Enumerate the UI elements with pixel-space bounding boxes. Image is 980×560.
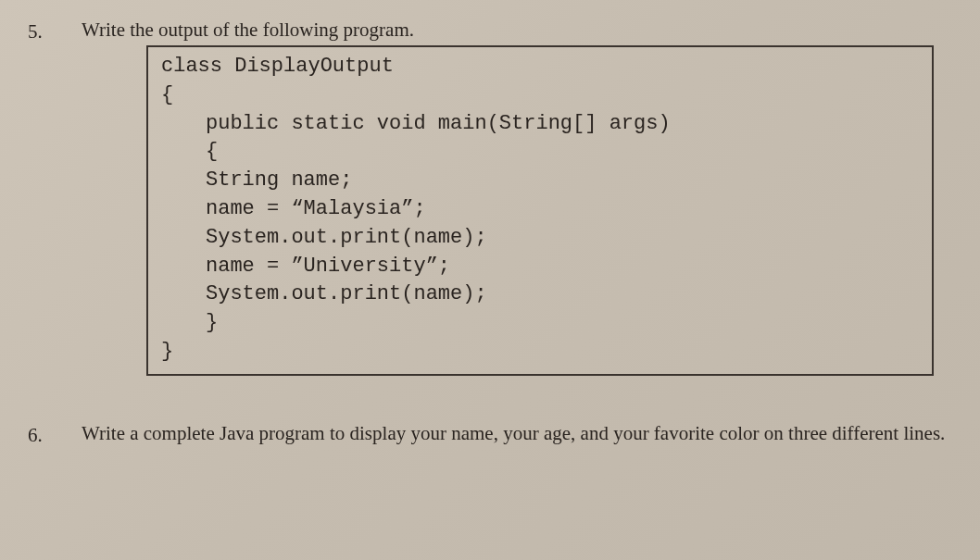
question-body: Write a complete Java program to display… — [82, 422, 952, 449]
code-line: name = “Malaysia”; — [161, 195, 919, 224]
code-line: { — [161, 81, 919, 110]
code-line: String name; — [161, 167, 919, 195]
question-5: 5. Write the output of the following pro… — [28, 19, 952, 376]
code-line: public static void main(String[] args) — [161, 110, 919, 139]
code-line: System.out.print(name); — [161, 224, 919, 253]
question-number: 5. — [28, 19, 56, 44]
question-6: 6. Write a complete Java program to disp… — [28, 422, 952, 449]
code-line: System.out.print(name); — [161, 280, 919, 309]
code-listing-box: class DisplayOutput { public static void… — [146, 45, 934, 376]
worksheet-page: 5. Write the output of the following pro… — [28, 19, 952, 449]
code-line: { — [161, 138, 919, 167]
question-prompt: Write the output of the following progra… — [82, 19, 952, 42]
code-line: } — [161, 338, 919, 367]
code-line: name = ”University”; — [161, 253, 919, 281]
code-line: class DisplayOutput — [161, 53, 919, 81]
code-line: } — [161, 309, 919, 338]
question-body: Write the output of the following progra… — [82, 19, 952, 376]
question-number: 6. — [28, 422, 56, 447]
question-prompt: Write a complete Java program to display… — [82, 422, 952, 445]
